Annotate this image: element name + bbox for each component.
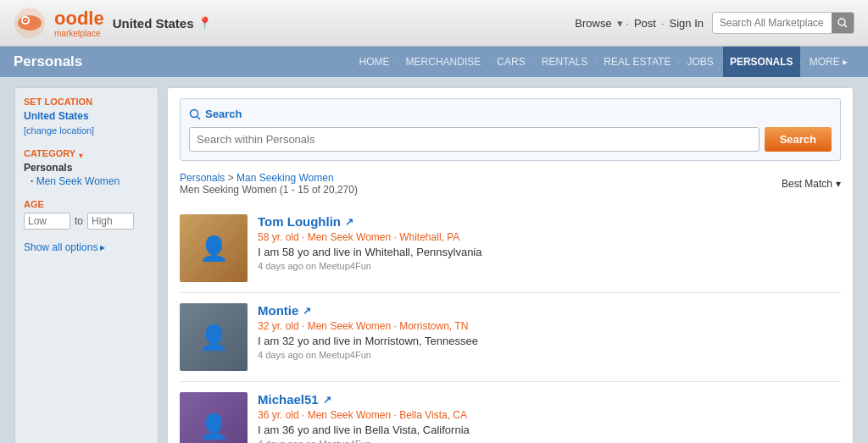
show-all-options-link[interactable]: Show all options ▸: [24, 241, 149, 253]
header-nav: Browse ▾ · Post · Sign In: [575, 17, 704, 30]
share-icon: ↗: [323, 394, 331, 406]
logo-icon: [14, 7, 46, 39]
age-low-input[interactable]: [24, 213, 70, 230]
men-seek-women-subcat[interactable]: Men Seek Women: [24, 175, 149, 187]
svg-line-8: [198, 116, 201, 119]
main-layout: SET LOCATION United States [change locat…: [14, 87, 854, 443]
age-section: AGE to: [24, 199, 149, 230]
listings: 👤 Tom Loughlin ↗ 58 yr. old · Men Seek W…: [180, 204, 841, 443]
search-within-input[interactable]: [189, 127, 760, 152]
location-pin-icon: 📍: [198, 16, 212, 30]
search-input-row: Search: [189, 127, 832, 152]
listing-thumbnail: 👤: [180, 392, 248, 443]
listing-date: 4 days ago on Meetup4Fun: [258, 439, 841, 443]
show-all-options-text: Show all options: [24, 241, 97, 253]
avatar: 👤: [180, 392, 248, 443]
location-display[interactable]: United States 📍: [113, 16, 212, 30]
header-search-button[interactable]: [832, 13, 854, 33]
sort-dropdown-icon[interactable]: ▾: [836, 178, 841, 190]
search-button[interactable]: Search: [765, 127, 832, 152]
result-heading: Men Seeking Women: [180, 184, 277, 196]
listing-item: 👤 Tom Loughlin ↗ 58 yr. old · Men Seek W…: [180, 204, 841, 293]
subnav-more[interactable]: MORE ▸: [803, 47, 854, 77]
svg-point-5: [838, 19, 845, 25]
share-icon: ↗: [345, 216, 353, 228]
result-range-close: ): [354, 184, 358, 196]
result-range-val: 1 - 15 of 20,270: [283, 184, 354, 196]
avatar: 👤: [180, 214, 248, 282]
nav-sep1: ▾ ·: [617, 17, 629, 30]
search-icon-content: [189, 108, 201, 120]
category-section: CATEGORY ▾ Personals Men Seek Women: [24, 148, 149, 187]
listing-meta: 58 yr. old · Men Seek Women · Whitehall,…: [258, 231, 841, 243]
breadcrumb-sep: >: [228, 172, 236, 184]
logo-text: oodle: [54, 8, 104, 30]
sort-label: Best Match: [782, 178, 832, 190]
listing-desc: I am 36 yo and live in Bella Vista, Cali…: [258, 424, 841, 436]
breadcrumb-row: Personals > Man Seeking Women Men Seekin…: [180, 171, 841, 196]
breadcrumb: Personals > Man Seeking Women: [180, 172, 334, 184]
search-icon: [837, 18, 848, 28]
svg-line-6: [844, 25, 847, 27]
result-info: Men Seeking Women (1 - 15 of 20,270): [180, 184, 358, 196]
category-dropdown-icon: ▾: [79, 151, 83, 160]
subnav-personals[interactable]: PERSONALS: [723, 47, 800, 77]
subnav-jobs[interactable]: JOBS: [681, 47, 721, 77]
listing-name[interactable]: Tom Loughlin ↗: [258, 214, 841, 229]
svg-point-7: [191, 109, 198, 117]
header-search: [712, 12, 854, 34]
location-text: United States: [113, 16, 194, 30]
listing-info: Tom Loughlin ↗ 58 yr. old · Men Seek Wom…: [258, 214, 841, 271]
page-title: Personals: [14, 47, 149, 77]
listing-thumbnail: 👤: [180, 303, 248, 371]
listing-desc: I am 58 yo and live in Whitehall, Pennsy…: [258, 246, 841, 258]
sort-row: Best Match ▾: [782, 178, 841, 190]
listing-date: 4 days ago on Meetup4Fun: [258, 261, 841, 271]
listing-name[interactable]: Michael51 ↗: [258, 392, 841, 407]
avatar: 👤: [180, 303, 248, 371]
listing-info: Montie ↗ 32 yr. old · Men Seek Women · M…: [258, 303, 841, 360]
search-box-area: Search Search: [180, 98, 841, 161]
age-to-label: to: [75, 215, 83, 227]
breadcrumb-man-seeking-women[interactable]: Man Seeking Women: [236, 172, 334, 184]
svg-point-4: [25, 19, 26, 21]
listing-name[interactable]: Montie ↗: [258, 303, 841, 318]
listing-thumbnail: 👤: [180, 214, 248, 282]
nav-sep2: ·: [661, 17, 665, 30]
header-search-input[interactable]: [713, 17, 832, 29]
search-label-text: Search: [205, 108, 242, 120]
age-title: AGE: [24, 199, 149, 209]
listing-meta: 36 yr. old · Men Seek Women · Bella Vist…: [258, 409, 841, 421]
subnav-home[interactable]: HOME: [353, 47, 397, 77]
sidebar: SET LOCATION United States [change locat…: [14, 87, 159, 443]
subnav-rentals[interactable]: RENTALS: [535, 47, 594, 77]
logo-sub: marketplace: [54, 30, 100, 38]
subnav-cars[interactable]: CARS: [490, 47, 531, 77]
category-title-row: CATEGORY ▾: [24, 148, 149, 162]
subnav-merchandise[interactable]: MERCHANDISE: [399, 47, 488, 77]
category-title: CATEGORY: [24, 148, 75, 158]
header: oodle marketplace United States 📍 Browse…: [0, 0, 868, 47]
listing-date: 4 days ago on Meetup4Fun: [258, 350, 841, 360]
share-icon: ↗: [303, 305, 311, 317]
personals-cat-link[interactable]: Personals: [24, 162, 149, 174]
subnav: Personals HOME · MERCHANDISE · CARS · RE…: [0, 47, 868, 77]
listing-item: 👤 Michael51 ↗ 36 yr. old · Men Seek Wome…: [180, 382, 841, 443]
breadcrumb-area: Personals > Man Seeking Women Men Seekin…: [180, 171, 358, 196]
age-high-input[interactable]: [87, 213, 134, 230]
sign-in-link[interactable]: Sign In: [670, 17, 704, 30]
location-name-link[interactable]: United States: [24, 110, 149, 122]
listing-item: 👤 Montie ↗ 32 yr. old · Men Seek Women ·…: [180, 293, 841, 382]
post-link[interactable]: Post: [634, 17, 656, 30]
change-location-link[interactable]: [change location]: [24, 125, 94, 136]
logo-wrapper: oodle marketplace: [54, 8, 104, 38]
age-row: to: [24, 213, 149, 230]
show-all-options-arrow-icon: ▸: [100, 241, 105, 253]
breadcrumb-personals[interactable]: Personals: [180, 172, 225, 184]
svg-point-1: [18, 15, 42, 30]
subnav-realestate[interactable]: REAL ESTATE: [597, 47, 677, 77]
listing-info: Michael51 ↗ 36 yr. old · Men Seek Women …: [258, 392, 841, 443]
content-area: Search Search Personals > Man Seeking Wo…: [167, 87, 854, 443]
browse-link[interactable]: Browse: [575, 17, 611, 30]
set-location-title: SET LOCATION: [24, 97, 149, 107]
